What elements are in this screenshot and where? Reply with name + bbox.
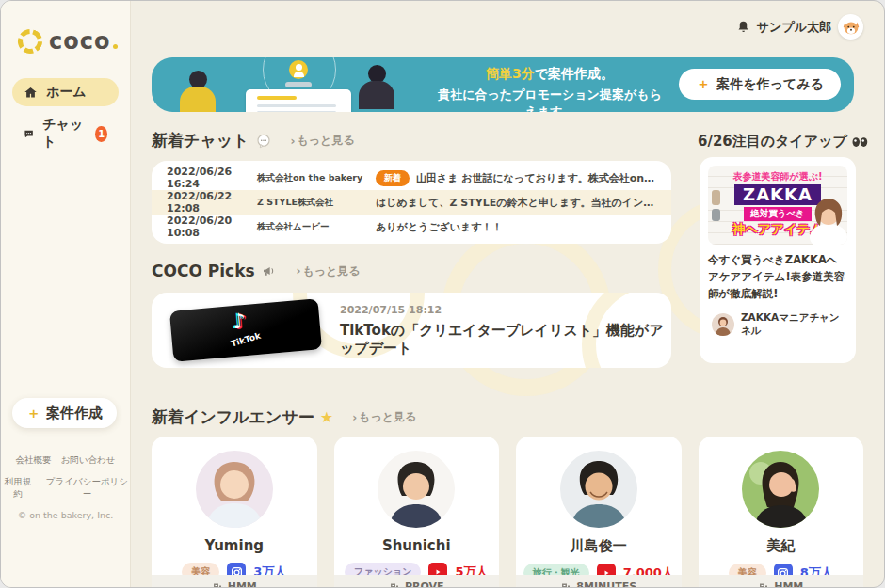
copyright-text: © on the bakery, Inc. [1,510,130,520]
footer-link-contact[interactable]: お問い合わせ [61,454,116,467]
tieup-description: 今すぐ買うべきZAKKAヘアケアアイテム!表参道美容師が徹底解説! [708,252,847,302]
thumb-text-3: 絶対買うべき [744,207,812,221]
building-icon [389,581,400,588]
create-case-cta-button[interactable]: ＋ 案件を作ってみる [679,69,841,100]
chat-row[interactable]: 2022/06/22 12:08 Z STYLE株式会社 はじめまして、Z ST… [152,190,671,215]
logo-dot-icon [113,44,118,49]
plus-icon: ＋ [696,75,710,93]
logo-ring-icon [14,25,45,56]
eyes-icon [851,136,868,148]
building-icon [212,581,223,588]
tiktok-note-icon: ♪ [232,309,247,333]
banner-text: 簡単3分で案件作成。 貴社に合ったプロモーション提案がもらえます。 [434,66,666,112]
thumb-products [712,190,720,221]
channel-avatar [712,313,734,336]
agency-footer: PROVE [334,575,500,588]
bell-icon[interactable] [736,20,750,35]
cta-label: 案件を作ってみる [716,76,824,93]
chat-icon [24,127,34,141]
agency-name: HMM [774,580,803,588]
chat-datetime: 2022/06/26 16:24 [167,166,257,190]
agency-footer: HMM [699,575,864,588]
picks-title: TikTokの「クリエイタープレイリスト」機能がアップデート [340,322,671,358]
banner-line2: 貴社に合ったプロモーション提案がもらえます。 [434,87,666,112]
influencer-avatar [560,451,637,528]
thumb-text-1: 表参道美容師が選ぶ! [732,170,822,183]
chat-message: 山田さま お世話になっております。株式会社on the bakeryの佐藤と申し… [416,171,656,185]
user-avatar[interactable] [838,14,863,40]
plus-icon: ＋ [26,405,40,422]
agency-name: HMM [228,580,257,588]
influencer-card[interactable]: 美紀 美容 8万人 HMM [699,437,864,588]
tieup-section-title: 6/26注目のタイアップ [698,133,847,151]
influencer-card[interactable]: Shunichi ファッション 5万人 PROVE [334,437,500,588]
influencer-card-grid: Yuming 美容 3万人 HMM Shunichi [152,437,863,588]
tieup-thumbnail[interactable]: 表参道美容師が選ぶ! ZAKKA 絶対買うべき 神ヘアアイテム [708,166,847,245]
influencer-name: 川島俊一 [516,537,682,555]
dog-avatar-icon [841,17,861,38]
tiktok-phone-image: ♪ TikTok [152,305,340,356]
logo-text: coco [49,30,110,53]
tieup-card[interactable]: 表参道美容師が選ぶ! ZAKKA 絶対買うべき 神ヘアアイテム 今すぐ買うべきZ… [700,157,856,363]
chat-row[interactable]: 2022/06/26 16:24 株式会社on the bakery 新着 山田… [152,166,671,190]
tieup-channel[interactable]: ZAKKAマニアチャンネル [708,311,847,338]
influencer-avatar [742,451,819,528]
home-icon [24,86,38,100]
sidebar: coco ホーム チャット 1 ＋ 案件作成 会社概要 お問い合わせ [1,1,131,587]
influencer-card[interactable]: Yuming 美容 3万人 HMM [152,437,317,588]
chevron-right-icon: › [352,411,357,424]
building-icon [560,581,571,588]
influencer-name: Yuming [152,537,317,554]
chat-unread-badge: 1 [95,126,107,142]
chevron-right-icon: › [297,264,301,278]
footer-link-terms[interactable]: 利用規約 [1,476,35,501]
illustration-whiteboard [246,89,351,112]
chat-company: 株式会社ムービー [257,221,376,233]
coco-logo[interactable]: coco [18,29,118,54]
chat-more-link[interactable]: ›もっと見る [291,133,355,149]
illustration-pill [285,82,312,87]
create-case-label: 案件作成 [46,405,103,422]
star-icon: ★ [320,408,333,426]
sidebar-footer: 会社概要 お問い合わせ 利用規約 プライバシーポリシー © on the bak… [1,454,130,520]
chat-message: はじめまして、Z STYLEの鈴木と申します。当社のインフルエンサーに興味を持っ… [376,196,656,210]
new-badge: 新着 [376,170,410,186]
sidebar-create-case-button[interactable]: ＋ 案件作成 [12,398,117,428]
influencer-more-link[interactable]: ›もっと見る [352,409,416,425]
main-content: サンプル太郎 [131,1,884,587]
chat-row[interactable]: 2022/06/20 10:08 株式会社ムービー ありがとうございます！！ [152,215,671,239]
illustration-person-left [180,71,216,112]
agency-footer: 8MINUTES [516,575,682,588]
thumb-person-image [804,194,847,245]
chat-company: Z STYLE株式会社 [257,197,376,209]
building-icon [758,581,769,588]
picks-card[interactable]: ♪ TikTok 2022/07/15 18:12 TikTokの「クリエイター… [152,293,671,368]
speech-bubble-icon [255,133,272,150]
banner-highlight: 簡単3分 [486,66,535,81]
footer-link-privacy[interactable]: プライバシーポリシー [44,476,130,501]
chat-message: ありがとうございます！！ [376,220,656,234]
influencer-section-title: 新着インフルエンサー [152,406,314,428]
influencer-avatar [378,451,455,528]
influencer-card[interactable]: 川島俊一 旅行・観光 7,000人 8MINUTES [516,437,682,588]
chat-datetime: 2022/06/22 12:08 [167,190,257,215]
agency-name: 8MINUTES [576,580,636,588]
chat-datetime: 2022/06/20 10:08 [167,215,257,239]
sidebar-item-home[interactable]: ホーム [12,78,119,106]
chat-list: 2022/06/26 16:24 株式会社on the bakery 新着 山田… [152,161,671,244]
footer-link-company[interactable]: 会社概要 [16,454,52,467]
agency-footer: HMM [152,575,317,588]
illustration-avatar-icon [289,60,308,79]
sidebar-item-chat[interactable]: チャット 1 [12,119,119,148]
sidebar-item-label: ホーム [46,84,87,101]
sidebar-item-label: チャット [42,117,83,151]
tiktok-label: TikTok [230,331,262,349]
chat-section-title: 新着チャット [152,130,249,151]
influencer-avatar [196,451,273,528]
influencer-name: 美紀 [699,537,864,555]
banner-illustration [180,57,396,112]
user-name[interactable]: サンプル太郎 [757,19,831,36]
picks-more-link[interactable]: ›もっと見る [297,263,361,279]
channel-name: ZAKKAマニアチャンネル [741,311,847,338]
chevron-right-icon: › [291,135,296,148]
